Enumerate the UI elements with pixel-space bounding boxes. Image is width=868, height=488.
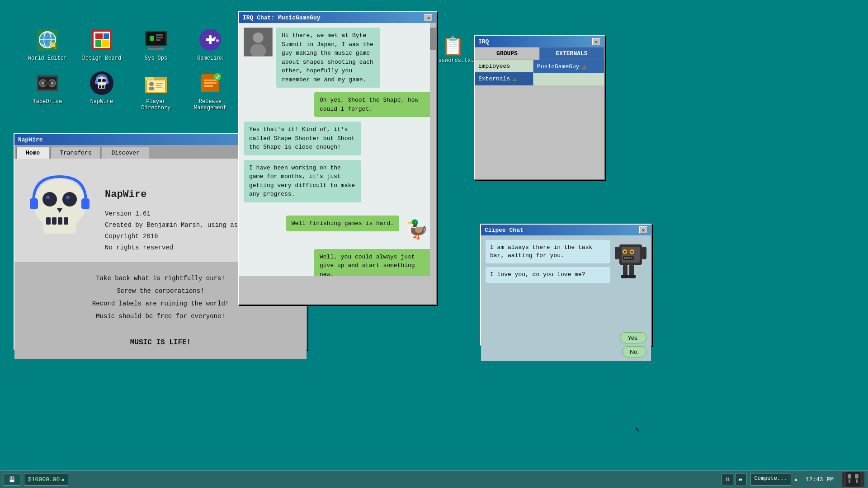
napwire-tab-discover[interactable]: Discover [102,147,149,159]
svg-rect-46 [156,83,163,84]
clipee-chat-window: Clipee Chat ✕ I am always there in the t… [480,224,652,346]
svg-rect-65 [81,198,90,209]
desktop-icon-release-management[interactable]: Release Management [190,70,231,111]
svg-rect-52 [204,85,213,87]
tapedrive-label: TapeDrive [33,99,62,105]
svg-rect-18 [151,46,160,48]
svg-point-57 [46,196,50,199]
musicgameguy-label: MusicGameGuy [537,63,580,70]
svg-rect-64 [30,198,38,209]
irq-panel-close-btn[interactable]: ✕ [592,38,600,45]
clipee-yes-button[interactable]: Yes. [620,332,646,343]
desktop-icon-napwire[interactable]: NapWire [81,70,122,111]
desktop-icons: World Editor Design Board [27,27,231,111]
taskbar-money-display: $10000.00 ▲ [24,473,68,486]
clipee-titlebar[interactable]: Clipee Chat ✕ [481,225,651,235]
desktop-icon-world-editor[interactable]: World Editor [27,27,68,61]
chat-bubble-5: Well finishing games is hard. [286,216,399,232]
chat-avatar-duck: 🦆 [403,216,432,244]
svg-point-67 [253,33,263,43]
release-management-icon [198,70,223,96]
clipee-messages: I am always there in the task bar, waiti… [486,240,610,326]
svg-rect-81 [629,265,634,276]
tapedrive-icon [35,70,60,96]
chat-divider [244,209,425,209]
design-board-icon [89,27,114,52]
taskbar-folder-btn[interactable]: 💾 [4,473,20,486]
svg-point-53 [214,73,221,80]
desktop-icon-passwords[interactable]: 📋 Passwords.txt [433,35,473,64]
taskbar-folder-icon: 💾 [9,476,15,483]
irq-external-musicgameguy[interactable]: MusicGameGuy ⚠ [533,60,604,73]
media-controls: ⏸ ⏭ [722,474,747,485]
svg-point-55 [42,192,57,206]
employees-label: Employees [478,63,510,70]
svg-rect-22 [209,35,212,44]
svg-rect-48 [156,87,162,88]
irq-tab-groups[interactable]: GROUPS [475,47,539,60]
irq-panel: IRQ ✕ GROUPS EXTERNALS Employees Externa… [474,35,605,180]
passwords-icon: 📋 [442,35,464,57]
desktop-icon-design-board[interactable]: Design Board [81,27,122,61]
compute-button[interactable]: Compute... [750,473,791,486]
svg-rect-11 [102,40,109,47]
media-pause-btn[interactable]: ⏸ [722,474,733,485]
desktop-icon-sys-ops[interactable]: Sys Ops [136,27,176,61]
irq-panel-titlebar[interactable]: IRQ ✕ [475,36,604,47]
napwire-skull-logo [24,168,96,249]
release-management-label: Release Management [190,99,231,111]
napwire-icon [89,70,114,96]
gamelink-icon [198,27,223,52]
svg-rect-17 [156,39,160,41]
externals-label: Externals [478,75,510,82]
chat-scrollbar-track[interactable] [430,23,436,276]
player-directory-label: Player Directory [136,99,176,111]
clipee-close-btn[interactable]: ✕ [639,226,647,234]
chat-scrollbar-thumb[interactable] [430,28,436,50]
napwire-tab-home[interactable]: Home [16,147,49,159]
svg-rect-31 [44,81,51,85]
svg-rect-88 [849,479,850,483]
clipee-no-button[interactable]: No. [622,346,646,357]
desktop-icon-gamelink[interactable]: GameLink [190,27,231,61]
irq-tab-externals[interactable]: EXTERNALS [539,47,604,60]
svg-rect-14 [150,36,154,41]
svg-rect-76 [624,257,626,259]
externals-warning-icon: ⚠ [513,75,516,83]
svg-rect-87 [848,474,851,479]
svg-rect-77 [626,257,628,259]
svg-rect-82 [621,275,628,278]
napwire-tab-transfers[interactable]: Transfers [50,147,101,159]
svg-rect-10 [95,40,101,47]
icon-row-2: TapeDrive NapWi [27,70,231,111]
irq-group-employees[interactable]: Employees [475,60,533,72]
svg-rect-35 [99,85,101,88]
passwords-label: Passwords.txt [432,57,474,64]
chat-message-1: Hi there, we met at Byte Summit in Japan… [244,28,432,88]
irq-panel-body: Employees Externals ⚠ MusicGameGuy ⚠ [475,60,604,85]
svg-rect-8 [95,33,103,39]
svg-rect-51 [204,82,217,84]
chat-message-5: 🦆 Well finishing games is hard. [244,216,432,244]
chat-avatar-photo [244,28,273,56]
svg-rect-79 [631,257,632,259]
clipee-buttons: Yes. No. [481,330,651,361]
irq-tabs: GROUPS EXTERNALS [475,47,604,60]
media-skip-btn[interactable]: ⏭ [735,474,747,485]
svg-rect-61 [52,217,57,225]
napwire-label: NapWire [90,99,113,105]
chat-messages: Hi there, we met at Byte Summit in Japan… [239,23,436,276]
irq-chat-titlebar[interactable]: IRQ Chat: MusicGameGuy ✕ [239,12,436,23]
taskbar-money-value: $10000.00 [28,476,60,483]
chat-bubble-6: Well, you could always just give up and … [314,249,432,277]
sys-ops-label: Sys Ops [145,55,167,61]
irq-chat-close-btn[interactable]: ✕ [425,14,433,21]
desktop-icon-tapedrive[interactable]: TapeDrive [27,70,68,111]
taskbar: 💾 $10000.00 ▲ ⏸ ⏭ Compute... ▲ 12:43 PM [0,470,868,488]
irq-panel-title: IRQ [478,38,489,45]
svg-rect-47 [156,85,161,86]
desktop-icon-player-directory[interactable]: Player Directory [136,70,176,111]
irq-group-externals[interactable]: Externals ⚠ [475,72,533,85]
player-directory-icon [143,70,169,96]
chat-message-3: Yes that's it! Kind of, it's called Shap… [244,122,432,155]
